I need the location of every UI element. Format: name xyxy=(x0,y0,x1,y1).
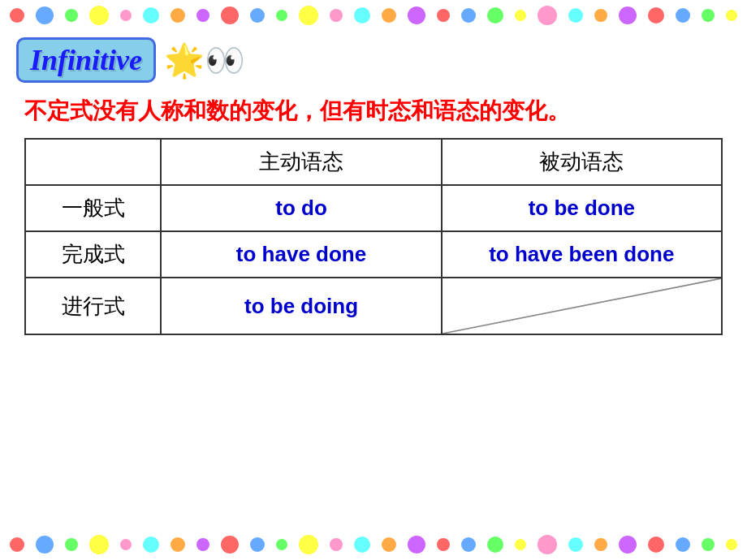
bottom-bubble-10 xyxy=(276,539,287,550)
bottom-bubble-13 xyxy=(354,536,370,553)
top-bubble-1 xyxy=(36,6,54,24)
page-title: Infinitive xyxy=(30,44,142,76)
bottom-bubble-7 xyxy=(196,538,209,551)
bottom-bubble-8 xyxy=(221,536,239,554)
top-bubble-19 xyxy=(515,10,526,21)
bottom-bubble-3 xyxy=(89,535,109,554)
active-general: to do xyxy=(161,185,441,231)
bottom-bubble-5 xyxy=(143,536,159,553)
title-box: Infinitive xyxy=(16,37,156,83)
top-bubble-12 xyxy=(330,9,343,22)
bottom-bubble-19 xyxy=(515,539,526,550)
active-progressive: to be doing xyxy=(161,278,441,334)
table-row-general: 一般式 to do to be done xyxy=(25,185,722,231)
infinitive-table: 主动语态 被动语态 一般式 to do to be done 完成式 to ha… xyxy=(24,138,723,335)
top-bubble-22 xyxy=(594,9,607,22)
bottom-bubble-23 xyxy=(619,536,637,554)
bottom-bubble-21 xyxy=(568,537,583,552)
bottom-bubble-18 xyxy=(487,536,503,553)
bottom-bubble-17 xyxy=(461,537,476,552)
top-bubble-9 xyxy=(250,8,265,23)
bottom-bubble-2 xyxy=(65,538,78,551)
row-label-progressive: 进行式 xyxy=(25,278,161,334)
row-label-general: 一般式 xyxy=(25,185,161,231)
row-label-perfect: 完成式 xyxy=(25,231,161,278)
top-bubble-23 xyxy=(619,6,637,24)
bottom-bubble-14 xyxy=(382,537,396,552)
top-bubble-17 xyxy=(461,8,476,23)
bottom-bubble-15 xyxy=(408,536,425,554)
bottom-bubble-25 xyxy=(676,537,690,552)
bottom-bubble-6 xyxy=(171,537,185,552)
bottom-bubble-26 xyxy=(702,538,715,551)
table-row-progressive: 进行式 to be doing xyxy=(25,278,722,334)
bottom-bubble-border xyxy=(0,529,747,560)
bottom-bubble-0 xyxy=(10,537,24,552)
header-empty xyxy=(25,139,161,185)
top-bubble-20 xyxy=(538,6,557,25)
bottom-bubble-11 xyxy=(299,535,318,554)
top-bubble-5 xyxy=(143,7,159,24)
top-bubble-14 xyxy=(382,8,396,23)
top-bubble-18 xyxy=(487,7,503,24)
svg-line-0 xyxy=(443,278,721,334)
bottom-bubble-20 xyxy=(538,535,557,554)
table-header-row: 主动语态 被动语态 xyxy=(25,139,722,185)
top-bubble-border xyxy=(0,0,747,31)
bottom-bubble-22 xyxy=(594,538,607,551)
top-bubble-26 xyxy=(702,9,715,22)
passive-progressive-empty xyxy=(442,278,722,334)
top-bubble-2 xyxy=(65,9,78,22)
diagonal-line-svg xyxy=(443,278,721,334)
bottom-bubble-16 xyxy=(437,538,450,551)
top-bubble-4 xyxy=(120,10,132,21)
passive-perfect: to have been done xyxy=(442,231,722,278)
bottom-bubble-4 xyxy=(120,539,132,550)
top-bubble-0 xyxy=(10,8,24,23)
top-bubble-16 xyxy=(437,9,450,22)
bottom-bubble-12 xyxy=(330,538,343,551)
header-active-voice: 主动语态 xyxy=(161,139,441,185)
description-text: 不定式没有人称和数的变化，但有时态和语态的变化。 xyxy=(0,86,747,138)
table-row-perfect: 完成式 to have done to have been done xyxy=(25,231,722,278)
top-bubble-25 xyxy=(676,8,690,23)
top-bubble-8 xyxy=(221,6,239,24)
header-passive-voice: 被动语态 xyxy=(442,139,722,185)
title-area: Infinitive 🌟👀 xyxy=(0,31,747,86)
top-bubble-11 xyxy=(299,6,318,25)
bottom-bubble-27 xyxy=(726,539,737,550)
active-perfect: to have done xyxy=(161,231,441,278)
bottom-bubble-24 xyxy=(648,536,664,553)
starfish-icon: 🌟👀 xyxy=(164,41,245,80)
top-bubble-10 xyxy=(276,10,287,21)
passive-general: to be done xyxy=(442,185,722,231)
bottom-bubble-9 xyxy=(250,537,265,552)
top-bubble-13 xyxy=(354,7,370,24)
top-bubble-15 xyxy=(408,6,425,24)
table-container: 主动语态 被动语态 一般式 to do to be done 完成式 to ha… xyxy=(0,138,747,335)
top-bubble-3 xyxy=(89,6,109,25)
top-bubble-7 xyxy=(196,9,209,22)
top-bubble-21 xyxy=(568,8,583,23)
bottom-bubble-1 xyxy=(36,536,54,554)
top-bubble-6 xyxy=(171,8,185,23)
top-bubble-27 xyxy=(726,10,737,21)
top-bubble-24 xyxy=(648,7,664,24)
